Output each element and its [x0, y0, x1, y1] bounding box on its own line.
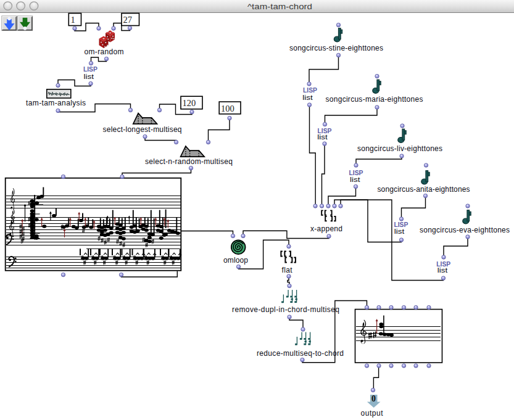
svg-text:om-random: om-random — [85, 47, 124, 56]
svg-text:0: 0 — [371, 394, 376, 403]
svg-text:LISP: LISP — [83, 65, 97, 73]
svg-text:omloop: omloop — [223, 256, 248, 265]
svg-text:^tam-tam-chord: ^tam-tam-chord — [247, 2, 312, 11]
svg-text:songcircus-stine-eighttones: songcircus-stine-eighttones — [289, 44, 383, 52]
svg-text:list: list — [394, 228, 405, 235]
svg-text:songcircus-maria-eighttones: songcircus-maria-eighttones — [326, 95, 423, 104]
svg-text:output: output — [361, 409, 384, 418]
svg-text:list: list — [83, 73, 94, 80]
svg-text:songcircus-liv-eighttones: songcircus-liv-eighttones — [357, 144, 442, 153]
svg-text:tam-tam-analysis: tam-tam-analysis — [26, 99, 86, 107]
svg-text:select-longest-multiseq: select-longest-multiseq — [103, 125, 182, 134]
svg-text:100: 100 — [221, 104, 234, 113]
svg-text:1: 1 — [71, 15, 75, 25]
svg-text:select-n-random-multiseq: select-n-random-multiseq — [145, 157, 233, 166]
svg-text:flat: flat — [282, 266, 293, 274]
svg-text:list: list — [350, 176, 360, 183]
svg-text:reduce-multiseq-to-chord: reduce-multiseq-to-chord — [257, 349, 344, 358]
svg-text:x-append: x-append — [310, 224, 342, 233]
svg-text:songcircus-anita-eighttones: songcircus-anita-eighttones — [378, 185, 470, 194]
svg-text:remove-dupl-in-chord-multiseq: remove-dupl-in-chord-multiseq — [232, 305, 339, 314]
svg-text:LISP: LISP — [303, 86, 317, 94]
svg-text:list: list — [302, 94, 313, 101]
svg-text:list: list — [317, 133, 328, 141]
svg-text:list: list — [437, 266, 448, 274]
svg-text:songcircus-eva-eighttones: songcircus-eva-eighttones — [420, 226, 510, 234]
svg-text:120: 120 — [183, 98, 196, 108]
svg-text:27: 27 — [123, 15, 133, 25]
